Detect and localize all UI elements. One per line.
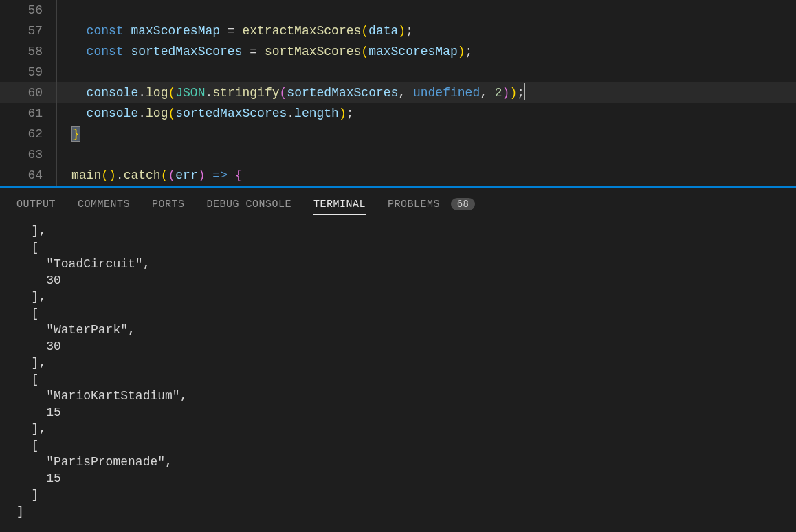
code-token <box>206 168 213 182</box>
code-token: ) <box>339 107 346 120</box>
code-content[interactable] <box>71 0 796 21</box>
code-content[interactable]: console.log(sortedMaxScores.length); <box>71 103 796 124</box>
code-line[interactable]: 57 const maxScoresMap = extractMaxScores… <box>0 21 796 41</box>
code-content[interactable]: const sortedMaxScores = sortMaxScores(ma… <box>71 41 796 62</box>
code-token: ( <box>361 24 368 38</box>
code-token: , <box>398 86 413 100</box>
gutter <box>56 144 71 165</box>
code-token: data <box>368 24 398 38</box>
code-token: . <box>116 168 124 182</box>
gutter <box>56 103 71 124</box>
tab-output[interactable]: OUTPUT <box>16 195 56 215</box>
code-token: catch <box>124 168 161 182</box>
code-token: log <box>146 86 168 100</box>
problems-count-badge: 68 <box>451 198 476 210</box>
line-number: 58 <box>0 41 56 62</box>
code-token: ) <box>398 24 406 38</box>
gutter <box>56 165 71 186</box>
line-number: 59 <box>0 62 56 82</box>
code-token: = <box>242 45 264 58</box>
tab-problems-label: PROBLEMS <box>388 199 440 210</box>
code-token: } <box>71 126 80 142</box>
code-token: const <box>87 24 124 38</box>
code-token: . <box>205 86 212 100</box>
code-token <box>71 45 87 58</box>
tab-ports[interactable]: PORTS <box>152 195 185 215</box>
code-token: ; <box>465 45 473 58</box>
code-token: sortMaxScores <box>265 45 361 58</box>
code-token: ; <box>346 107 354 120</box>
code-token: ( <box>280 86 287 100</box>
code-token: sortedMaxScores <box>131 45 242 58</box>
code-token: { <box>235 168 243 182</box>
code-content[interactable] <box>71 144 796 165</box>
terminal-output[interactable]: ], [ "ToadCircuit", 30 ], [ "WaterPark",… <box>0 219 796 524</box>
line-number: 60 <box>0 82 56 103</box>
code-token: ( <box>168 107 175 120</box>
line-number: 62 <box>0 124 56 144</box>
code-token: . <box>138 86 146 100</box>
code-token: length <box>294 107 339 120</box>
code-token <box>71 107 87 120</box>
code-token: main <box>71 168 101 182</box>
code-content[interactable]: console.log(JSON.stringify(sortedMaxScor… <box>71 82 796 103</box>
code-token: ) <box>509 86 517 100</box>
code-line[interactable]: 56 <box>0 0 796 21</box>
code-content[interactable]: main().catch((err) => { <box>71 165 796 186</box>
code-content[interactable]: const maxScoresMap = extractMaxScores(da… <box>71 21 796 41</box>
text-cursor <box>524 83 525 100</box>
code-token: ) <box>109 168 116 182</box>
code-token: ( <box>161 168 168 182</box>
code-content[interactable] <box>71 62 796 82</box>
code-token: ( <box>101 168 109 182</box>
code-token <box>71 24 87 38</box>
code-line[interactable]: 63 <box>0 144 796 165</box>
code-token: JSON <box>175 86 205 100</box>
code-token: undefined <box>413 86 480 100</box>
code-token: err <box>175 168 197 182</box>
code-token: ) <box>458 45 465 58</box>
line-number: 57 <box>0 21 56 41</box>
code-line[interactable]: 62} <box>0 124 796 144</box>
code-token <box>124 45 131 58</box>
panel-tab-bar: OUTPUT COMMENTS PORTS DEBUG CONSOLE TERM… <box>0 188 796 219</box>
code-token: = <box>220 24 242 38</box>
line-number: 63 <box>0 144 56 165</box>
code-token: console <box>87 86 139 100</box>
gutter <box>56 62 71 82</box>
code-token: => <box>212 168 228 182</box>
line-number: 61 <box>0 103 56 124</box>
code-token: . <box>287 107 294 120</box>
code-token: 2 <box>495 86 502 100</box>
gutter <box>56 124 71 144</box>
code-line[interactable]: 60 console.log(JSON.stringify(sortedMaxS… <box>0 82 796 103</box>
gutter <box>56 21 71 41</box>
code-token: ) <box>198 168 206 182</box>
code-content[interactable]: } <box>71 124 796 144</box>
code-token: extractMaxScores <box>242 24 361 38</box>
code-line[interactable]: 59 <box>0 62 796 82</box>
code-line[interactable]: 61 console.log(sortedMaxScores.length); <box>0 103 796 124</box>
tab-terminal[interactable]: TERMINAL <box>313 195 366 215</box>
code-token: ; <box>406 24 413 38</box>
code-token: ( <box>168 168 175 182</box>
code-token <box>228 168 235 182</box>
code-token <box>71 86 87 100</box>
code-token: , <box>480 86 495 100</box>
code-editor[interactable]: 5657 const maxScoresMap = extractMaxScor… <box>0 0 796 186</box>
code-token: ( <box>361 45 368 58</box>
line-number: 56 <box>0 0 56 21</box>
tab-debug-console[interactable]: DEBUG CONSOLE <box>207 195 292 215</box>
code-token <box>124 24 131 38</box>
code-token: sortedMaxScores <box>175 107 287 120</box>
tab-problems[interactable]: PROBLEMS 68 <box>388 194 475 215</box>
gutter <box>56 82 71 103</box>
gutter <box>56 41 71 62</box>
code-token: const <box>87 45 124 58</box>
code-token: . <box>138 107 146 120</box>
tab-comments[interactable]: COMMENTS <box>78 195 130 215</box>
code-line[interactable]: 64main().catch((err) => { <box>0 165 796 186</box>
line-number: 64 <box>0 165 56 186</box>
code-line[interactable]: 58 const sortedMaxScores = sortMaxScores… <box>0 41 796 62</box>
code-token: ) <box>502 86 510 100</box>
